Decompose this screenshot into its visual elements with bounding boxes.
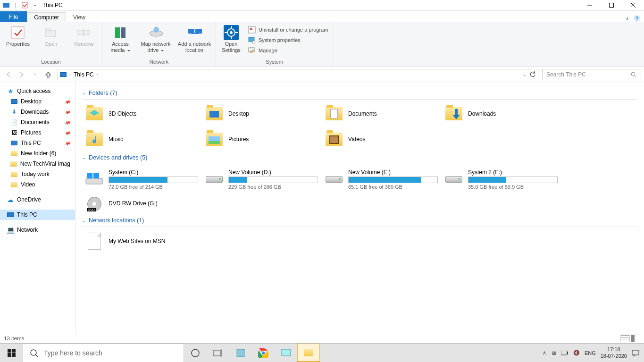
section-folders[interactable]: ⌄Folders (7) [82,90,637,96]
taskbar-app-notepad[interactable] [229,344,252,362]
svg-point-40 [192,349,199,357]
drive-f[interactable]: System 2 (F:) 35.0 GB free of 59.9 GB [442,167,561,192]
thispc-icon [60,72,67,77]
cortana-button[interactable] [184,344,207,362]
section-network-locations[interactable]: ⌄Network locations (1) [82,217,637,224]
folder-documents[interactable]: Documents [322,102,442,125]
thispc-icon [10,139,18,147]
sidebar-item-thispc-main[interactable]: This PC [0,210,75,220]
tray-volume-icon[interactable]: 🔇 [573,350,580,356]
tray-language[interactable]: ENG [585,350,596,356]
maximize-button[interactable] [601,0,622,11]
up-button[interactable] [42,69,54,80]
folder-pictures[interactable]: Pictures [202,128,322,151]
properties-button[interactable]: Properties [3,24,33,58]
folder-icon [85,104,104,123]
qat-separator: | [11,1,20,9]
sidebar-item-network[interactable]: 💻Network [0,225,75,235]
drive-g-dvd[interactable]: DVD RW Drive (G:) [82,194,202,213]
file-icon [85,232,104,251]
chevron-down-icon: ⌄ [82,218,86,223]
start-button[interactable] [0,344,23,362]
open-button[interactable]: Open [36,24,66,58]
open-settings-button[interactable]: Open Settings [219,24,243,58]
svg-marker-30 [90,110,99,116]
tiles-view-icon[interactable] [631,335,640,342]
folder-downloads[interactable]: Downloads [442,102,561,125]
svg-rect-48 [281,349,291,356]
add-network-location-button[interactable]: Add a network location [176,24,213,58]
uninstall-button[interactable]: Uninstall or change a program [246,25,330,34]
sidebar-item-newfolder[interactable]: New folder (6) [0,148,75,159]
drive-icon [325,172,343,187]
thispc-icon [7,211,14,219]
sidebar-item-desktop[interactable]: Desktop📌 [0,96,75,107]
tray-overflow-icon[interactable]: ∧ [543,350,546,356]
explorer-body: ★Quick access Desktop📌 ⬇Downloads📌 📄Docu… [0,82,644,333]
section-drives[interactable]: ⌄Devices and drives (5) [82,154,637,161]
folder-desktop[interactable]: Desktop [202,102,322,125]
taskbar-search[interactable]: Type here to search [23,344,184,362]
tab-file[interactable]: File [0,11,27,22]
properties-qat-icon[interactable] [21,1,29,9]
map-drive-button[interactable]: Map network drive [138,24,173,58]
details-view-icon[interactable] [620,335,630,342]
ribbon-collapse-icon[interactable]: ∧ [626,16,629,21]
tray-clock[interactable]: 17:18 18-07-2020 [601,346,627,359]
minimize-button[interactable] [579,0,601,11]
manage-button[interactable]: Manage [246,46,330,55]
taskbar-app-explorer[interactable] [297,344,320,362]
sidebar-item-video[interactable]: Video [0,179,75,190]
drive-e[interactable]: New Volume (E:) 65.1 GB free of 369 GB [322,167,442,192]
content-pane: ⌄Folders (7) 3D Objects Desktop Document… [75,82,644,333]
task-view-button[interactable] [207,344,229,362]
access-media-icon [113,25,128,40]
notifications-icon[interactable] [632,349,639,357]
rename-button[interactable]: Rename [69,24,99,58]
sidebar-item-today[interactable]: Today work [0,169,75,179]
taskbar-app-chrome[interactable] [252,344,275,362]
svg-rect-33 [93,173,99,178]
taskbar-app-monitor[interactable] [275,344,297,362]
folder-music[interactable]: Music [82,128,202,151]
chevron-down-icon [126,47,130,53]
forward-button[interactable] [16,69,27,80]
sidebar-item-downloads[interactable]: ⬇Downloads📌 [0,107,75,117]
help-icon[interactable]: ? [634,15,640,22]
recent-dropdown[interactable]: ▾ [29,69,41,80]
tab-view[interactable]: View [66,12,92,22]
tray-display-icon[interactable]: 🖥 [551,350,556,356]
sidebar-item-onedrive[interactable]: ☁OneDrive [0,194,75,205]
sidebar-item-quick-access[interactable]: ★Quick access [0,86,75,96]
tray-battery-icon[interactable] [561,351,569,355]
sidebar-item-techviral[interactable]: New TechViral Imag [0,159,75,169]
system-properties-button[interactable]: System properties [246,35,330,45]
sidebar-item-documents[interactable]: 📄Documents📌 [0,117,75,127]
address-bar[interactable]: › This PC › ⌄ [58,69,538,80]
access-media-button[interactable]: Access media [105,24,135,58]
rename-icon [76,25,92,40]
sidebar-item-thispc[interactable]: This PC📌 [0,138,75,148]
add-network-icon [187,25,202,40]
refresh-icon[interactable] [529,71,536,78]
documents-icon: 📄 [10,118,18,126]
drive-d[interactable]: New Volume (D:) 229 GB free of 286 GB [202,167,322,192]
folder-3d-objects[interactable]: 3D Objects [82,102,202,125]
folder-icon [85,130,104,149]
svg-rect-37 [12,353,16,357]
drive-c[interactable]: System (C:) 72.0 GB free of 214 GB [82,167,202,192]
ribbon: Properties Open Rename Location Access m… [0,22,644,67]
netloc-msn[interactable]: My Web Sites on MSN [82,230,202,253]
system-properties-icon [248,36,256,44]
svg-line-39 [35,354,38,357]
search-box[interactable]: Search This PC [542,69,641,80]
folder-videos[interactable]: Videos [322,128,442,151]
back-button[interactable] [3,69,14,80]
qat-dropdown-icon[interactable] [30,1,39,9]
sidebar-item-pictures[interactable]: 🖼Pictures📌 [0,127,75,138]
dvd-icon [85,196,104,211]
tab-computer[interactable]: Computer [27,12,66,22]
close-button[interactable] [622,0,644,11]
breadcrumb-root[interactable]: This PC [74,71,94,78]
address-dropdown-icon[interactable]: ⌄ [523,72,527,77]
